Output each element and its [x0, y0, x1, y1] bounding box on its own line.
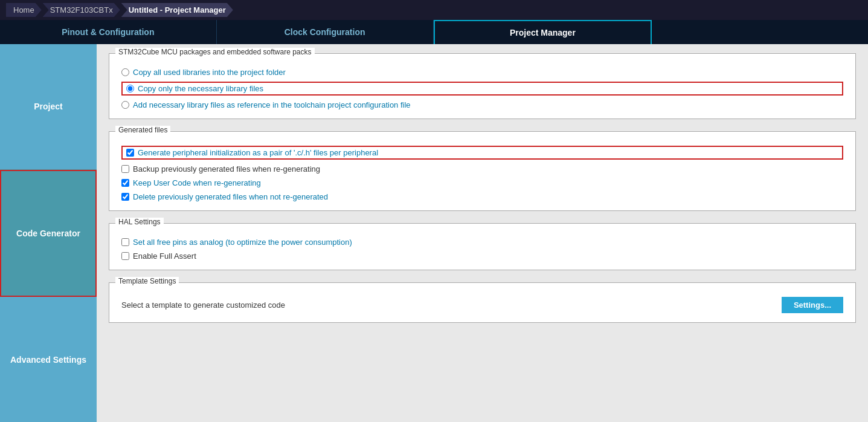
- sidebar-item-project[interactable]: Project: [0, 44, 97, 170]
- checkbox-free-pins-input[interactable]: [121, 238, 129, 246]
- checkbox-backup-input[interactable]: [121, 165, 129, 173]
- sidebar: Project Code Generator Advanced Settings: [0, 44, 97, 422]
- template-settings-section: Template Settings Select a template to g…: [109, 282, 856, 323]
- sidebar-item-advanced-settings[interactable]: Advanced Settings: [0, 297, 97, 422]
- tab-clock-configuration[interactable]: Clock Configuration: [217, 20, 434, 44]
- radio-copy-necessary-input[interactable]: [126, 85, 134, 93]
- breadcrumb: Home STM32F103CBTx Untitled - Project Ma…: [0, 0, 868, 20]
- checkbox-delete-input[interactable]: [121, 193, 129, 201]
- breadcrumb-mcu[interactable]: STM32F103CBTx: [43, 3, 120, 17]
- radio-copy-all-libraries[interactable]: Copy all used libraries into the project…: [121, 68, 843, 77]
- hal-settings-title: HAL Settings: [115, 218, 164, 226]
- checkbox-peripheral-init-input[interactable]: [126, 149, 134, 157]
- tab-project-manager[interactable]: Project Manager: [434, 20, 652, 44]
- checkbox-free-pins[interactable]: Set all free pins as analog (to optimize…: [121, 238, 843, 247]
- tab-bar: Pinout & Configuration Clock Configurati…: [0, 20, 868, 44]
- checkbox-keep-user-code[interactable]: Keep User Code when re-generating: [121, 178, 843, 187]
- main-layout: Project Code Generator Advanced Settings…: [0, 44, 868, 422]
- radio-copy-all-input[interactable]: [121, 68, 129, 76]
- generated-files-title: Generated files: [115, 126, 170, 134]
- generated-files-section: Generated files Generate peripheral init…: [109, 131, 856, 211]
- tab-pinout-configuration[interactable]: Pinout & Configuration: [0, 20, 217, 44]
- mcu-packages-section: STM32Cube MCU packages and embedded soft…: [109, 53, 856, 119]
- tab-extra[interactable]: [652, 20, 868, 44]
- template-description: Select a template to generate customized…: [121, 300, 285, 310]
- breadcrumb-home[interactable]: Home: [6, 3, 42, 17]
- breadcrumb-project-manager[interactable]: Untitled - Project Manager: [121, 3, 233, 17]
- checkbox-backup-files[interactable]: Backup previously generated files when r…: [121, 164, 843, 174]
- radio-copy-necessary[interactable]: Copy only the necessary library files: [121, 82, 843, 96]
- radio-add-reference[interactable]: Add necessary library files as reference…: [121, 100, 843, 109]
- content-area: STM32Cube MCU packages and embedded soft…: [97, 44, 868, 422]
- mcu-packages-title: STM32Cube MCU packages and embedded soft…: [115, 48, 315, 56]
- template-settings-title: Template Settings: [115, 277, 179, 285]
- sidebar-item-code-generator[interactable]: Code Generator: [0, 170, 97, 297]
- checkbox-keep-user-input[interactable]: [121, 179, 129, 187]
- settings-button[interactable]: Settings...: [782, 297, 843, 313]
- checkbox-delete-generated[interactable]: Delete previously generated files when n…: [121, 192, 843, 201]
- checkbox-full-assert-input[interactable]: [121, 252, 129, 260]
- checkbox-peripheral-init[interactable]: Generate peripheral initialization as a …: [121, 146, 843, 160]
- checkbox-full-assert[interactable]: Enable Full Assert: [121, 252, 843, 261]
- radio-add-reference-input[interactable]: [121, 101, 129, 109]
- hal-settings-section: HAL Settings Set all free pins as analog…: [109, 223, 856, 270]
